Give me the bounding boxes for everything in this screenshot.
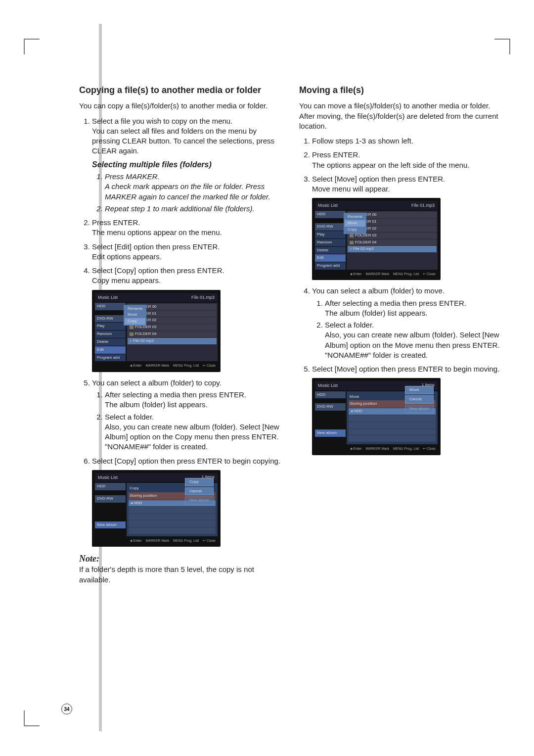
ss2-btn-copy: Copy <box>185 478 214 486</box>
move-step-5: Select [Move] option then press ENTER to… <box>312 364 504 374</box>
crop-mark-tr <box>494 39 510 54</box>
ss1-play: Play <box>95 323 126 330</box>
screenshot-move-menu: Music List File 01.mp3 HDD DVD-RW Play R… <box>312 198 441 280</box>
ss4-dest-blank1 <box>349 415 436 422</box>
ss2-dest-blank4 <box>129 527 216 534</box>
ss3-file: File 01.mp3 <box>411 202 435 208</box>
ss4-btn-move: Move <box>405 386 434 394</box>
copy-step-4: Select [Copy] option then press ENTER. C… <box>92 266 284 286</box>
ss4-dvdrw: DVD-RW <box>315 403 346 411</box>
copy-steps-cont: You can select a album (folder) to copy.… <box>79 378 284 466</box>
ss1-edit-popup: Rename Move Copy <box>124 305 146 326</box>
folder-icon <box>350 234 354 237</box>
ss1-left-panel: HDD DVD-RW Play Random Delete Edit Progr… <box>95 303 126 362</box>
copy-step-1: Select a file you wish to copy on the me… <box>92 116 284 214</box>
move-step-1: Follow steps 1-3 as shown left. <box>312 136 504 146</box>
folder-icon <box>350 241 354 244</box>
copy-step-2b: The menu options appear on the menu. <box>92 228 222 236</box>
move-intro: You can move a file(s)/folder(s) to anot… <box>299 101 504 131</box>
left-column: Copying a file(s) to another media or fo… <box>79 84 284 590</box>
move-step-4-text: You can select a album (folder) to move. <box>312 286 445 295</box>
copy-step-2a: Press ENTER. <box>92 218 140 227</box>
ss4-new-album: New album <box>315 429 346 437</box>
ss2-btn-new-album: New album <box>185 496 214 505</box>
ss2-dest-blank1 <box>129 507 216 513</box>
ss1-file: File 01.mp3 <box>191 294 215 300</box>
ss4-action-buttons: Move Cancel New album <box>405 386 434 413</box>
ss3-footer: ◈ Enter MARKER Mark MENU Prog. List ↩ Cl… <box>315 271 438 277</box>
ss2-left-panel: HDD DVD-RW New album <box>95 483 126 536</box>
ss3-left-panel: HDD DVD-RW Play Random Delete Edit Progr… <box>315 211 346 270</box>
page-number: 34 <box>61 704 72 714</box>
ss4-dest-blank4 <box>349 435 436 442</box>
ss1-popup-move: Move <box>125 312 145 318</box>
ss1-footer: ◈ Enter MARKER Mark MENU Prog. List ↩ Cl… <box>95 362 218 369</box>
folder-icon <box>130 326 134 329</box>
screenshot-move-dest: Music List 1 Items HDD DVD-RW New album … <box>312 378 441 455</box>
move-step-2: Press ENTER. The options appear on the l… <box>312 150 504 170</box>
copy-step-1a: Select a file you wish to copy on the me… <box>92 117 232 125</box>
ss3-file-02: ♪File 02.mp3 <box>348 246 437 252</box>
ss2-action-buttons: Copy Cancel New album <box>185 478 214 505</box>
ss2-dest-blank3 <box>129 520 216 527</box>
ss3-title: Music List File 01.mp3 <box>315 201 438 210</box>
right-column: Moving a file(s) You can move a file(s)/… <box>299 84 504 590</box>
ss1-folder-04: FOLDER 04 <box>128 331 217 337</box>
ss2-hdd: HDD <box>95 483 126 490</box>
heading-moving: Moving a file(s) <box>299 84 504 96</box>
ss4-btn-cancel: Cancel <box>405 395 434 404</box>
ss2-btn-cancel: Cancel <box>185 487 214 496</box>
ss4-btn-new-album: New album <box>405 405 434 413</box>
ss3-popup-copy: Copy <box>345 227 365 233</box>
multi-step-2: Repeat step 1 to mark additional file (f… <box>105 204 284 214</box>
ss3-folder-04: FOLDER 04 <box>348 239 437 246</box>
multi-step-1: Press MARKER. A check mark appears on th… <box>105 172 284 202</box>
copy-step-1b: You can select all files and folders on … <box>92 127 274 155</box>
crop-mark-bl <box>24 710 40 726</box>
move-step-4: You can select a album (folder) to move.… <box>312 286 504 360</box>
ss2-dest-blank2 <box>129 514 216 520</box>
folder-icon <box>130 332 134 336</box>
ss1-popup-rename: Rename <box>125 306 145 312</box>
ss4-footer: ◈ Enter MARKER Mark MENU Prog. List ↩ Cl… <box>315 445 438 452</box>
ss3-delete: Delete <box>315 247 346 254</box>
ss1-program-add: Program add <box>95 354 126 362</box>
move-step-4-2: Select a folder. Also, you can create ne… <box>325 320 504 360</box>
multi-heading: Selecting multiple files (folders) <box>92 159 284 170</box>
copy-step-3: Select [Edit] option then press ENTER. E… <box>92 242 284 262</box>
ss3-random: Random <box>315 239 346 246</box>
copy-step-6: Select [Copy] option then press ENTER to… <box>92 456 284 466</box>
content-columns: Copying a file(s) to another media or fo… <box>79 84 504 590</box>
crop-mark-tl <box>24 39 40 54</box>
ss1-file-02: ♪File 02.mp3 <box>128 338 217 344</box>
ss3-popup-move: Move <box>345 220 365 227</box>
ss4-left-panel: HDD DVD-RW New album <box>315 391 346 445</box>
ss1-hdd: HDD <box>95 303 126 310</box>
heading-copying: Copying a file(s) to another media or fo… <box>79 84 284 96</box>
ss4-dest-blank3 <box>349 429 436 435</box>
copy-step-4b: Copy menu appears. <box>92 276 161 284</box>
ss2-footer: ◈ Enter MARKER Mark MENU Prog. List ↩ Cl… <box>95 537 218 544</box>
move-step-4-sub: After selecting a media then press ENTER… <box>312 298 504 361</box>
move-steps: Follow steps 1-3 as shown left. Press EN… <box>299 136 504 194</box>
ss2-new-album: New album <box>95 521 126 529</box>
copy-step-5: You can select a album (folder) to copy.… <box>92 378 284 452</box>
ss4-hdd: HDD <box>315 391 346 399</box>
ss3-hdd: HDD <box>315 211 346 218</box>
copy-step-5-sub: After selecting a media then press ENTER… <box>92 390 284 452</box>
copy-step-3b: Edit options appears. <box>92 252 162 261</box>
copy-step-5-2: Select a folder. Also, you can create ne… <box>105 412 284 452</box>
copy-step-2: Press ENTER. The menu options appear on … <box>92 218 284 238</box>
move-step-4-1: After selecting a media then press ENTER… <box>325 298 504 319</box>
move-steps-cont: You can select a album (folder) to move.… <box>299 286 504 374</box>
ss3-edit-popup: Rename Move Copy <box>344 213 366 234</box>
ss3-program-add: Program add <box>315 262 346 270</box>
ss1-edit: Edit <box>95 346 126 354</box>
ss1-title: Music List File 01.mp3 <box>95 293 218 302</box>
ss2-dvdrw: DVD-RW <box>95 495 126 503</box>
multi-1a: Press MARKER. <box>105 172 160 181</box>
ss3-body: HDD DVD-RW Play Random Delete Edit Progr… <box>315 211 438 270</box>
ss3-popup-rename: Rename <box>345 214 365 220</box>
page-frame: Copying a file(s) to another media or fo… <box>0 0 534 756</box>
copy-step-4a: Select [Copy] option then press ENTER. <box>92 266 224 275</box>
